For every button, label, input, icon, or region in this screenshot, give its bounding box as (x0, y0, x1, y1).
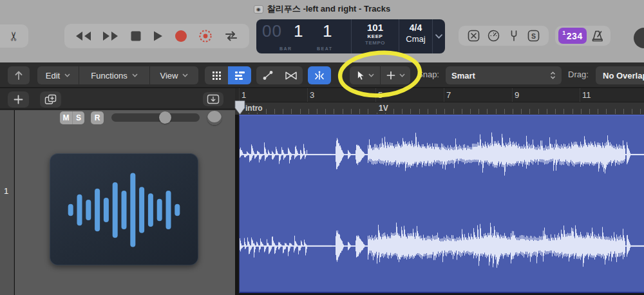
track-header[interactable]: M S R (15, 110, 235, 295)
crosshair-tool-icon (386, 71, 395, 80)
record-button[interactable] (175, 30, 187, 43)
grid-view-button[interactable] (205, 66, 228, 84)
beat-tick (615, 109, 616, 114)
title-bar: ◉ 찰리푸스 -left and right - Tracks (0, 0, 644, 18)
time-signature: 4/4 (399, 23, 432, 33)
volume-slider[interactable] (111, 113, 200, 122)
mute-button[interactable]: M (60, 111, 72, 124)
beat-tick (334, 109, 334, 114)
beat-tick (573, 109, 573, 114)
track-list-toolbar (0, 88, 235, 110)
edit-menu-label: Edit (46, 71, 60, 81)
capture-record-button[interactable] (198, 29, 213, 43)
add-track-button[interactable] (8, 91, 29, 108)
back-to-project-button[interactable] (8, 66, 30, 84)
command-click-tool-menu[interactable] (381, 66, 410, 84)
edit-menu[interactable]: Edit (37, 66, 79, 84)
grid-icon (212, 71, 222, 81)
beat-tick (496, 109, 497, 114)
beat-tick (640, 109, 641, 114)
beat-tick (343, 109, 343, 114)
tracks-view-button[interactable] (228, 66, 251, 84)
pan-knob[interactable] (207, 111, 222, 125)
cycle-button[interactable] (223, 30, 239, 43)
record-enable-button[interactable]: R (91, 111, 104, 124)
document-proxy-icon[interactable]: ◉ (254, 5, 263, 14)
marker-strip[interactable]: intro1V (235, 102, 644, 115)
automation-button[interactable] (256, 66, 279, 84)
drag-value: No Overlap (603, 71, 644, 81)
beat-tick (291, 109, 292, 114)
tempo-mode: KEEP (352, 33, 399, 39)
rewind-button[interactable] (75, 30, 91, 43)
forward-button[interactable] (102, 30, 119, 43)
beat-tick (606, 109, 607, 114)
select-arrows-icon (550, 71, 556, 79)
count-in-group: 1234 (555, 26, 611, 46)
beat-tick (419, 109, 420, 114)
beat-tick (529, 109, 530, 114)
tool-menus-group (350, 66, 410, 84)
bar-number-label: 3 (310, 90, 314, 100)
chevron-down-icon (182, 73, 188, 77)
lcd-bar-value: 1 (294, 21, 303, 41)
marker-label[interactable]: 1V (376, 104, 391, 113)
functions-menu-label: Functions (91, 71, 127, 81)
tempo-gauge-button[interactable] (488, 30, 500, 42)
drag-dropdown[interactable]: No Overlap (596, 66, 644, 84)
low-latency-button[interactable] (468, 30, 480, 42)
functions-menu[interactable]: Functions (79, 66, 149, 84)
bar-ruler[interactable]: 1357911 (235, 88, 644, 102)
beat-tick (266, 109, 267, 114)
lcd-signature[interactable]: 4/4 Cmaj (399, 19, 433, 53)
catch-playhead-button[interactable] (308, 66, 331, 84)
lcd-tempo[interactable]: 101 KEEP TEMPO (352, 19, 399, 53)
beat-tick (538, 109, 539, 114)
tuner-fork-button[interactable] (508, 30, 520, 42)
solo-button[interactable]: S (72, 111, 84, 124)
track-zoom-button[interactable] (203, 92, 223, 106)
plus-icon (14, 95, 23, 104)
beat-tick (521, 109, 522, 114)
beat-tick (402, 109, 402, 114)
playhead-handle[interactable] (234, 100, 247, 116)
count-in-button[interactable]: 1234 (558, 28, 587, 44)
chevron-down-icon (132, 73, 138, 77)
bar-number-label: 5 (378, 90, 383, 100)
view-menu[interactable]: View (150, 66, 198, 84)
flex-button[interactable] (279, 66, 303, 84)
track-number-column: 1 (0, 110, 14, 295)
beat-tick (393, 109, 394, 114)
snap-dropdown[interactable]: Smart (446, 66, 562, 84)
bar-gridline (580, 88, 580, 102)
catch-icon (314, 70, 325, 81)
beat-tick (623, 109, 624, 114)
automation-flex-group (256, 66, 303, 84)
lcd-display[interactable]: 00 1 1 BAR BEAT 101 KEEP TEMPO 4/4 Cmaj (256, 19, 445, 53)
audio-region[interactable] (239, 115, 644, 293)
lcd-bar-label: BAR (279, 46, 292, 51)
left-click-tool-menu[interactable] (350, 66, 380, 84)
stop-button[interactable] (130, 30, 142, 42)
beat-tick (453, 109, 454, 114)
play-button[interactable] (152, 30, 164, 42)
control-bar: ✂ (0, 18, 644, 62)
volume-slider-knob[interactable] (159, 111, 171, 124)
duplicate-track-button[interactable] (40, 91, 61, 108)
track-icon-waveform[interactable] (50, 153, 198, 265)
lcd-position[interactable]: 00 1 1 BAR BEAT (256, 19, 352, 53)
window-title: 찰리푸스 -left and right - Tracks (267, 3, 390, 15)
view-menu-label: View (160, 71, 178, 81)
beat-tick (478, 109, 479, 114)
master-volume-knob[interactable] (634, 28, 644, 48)
metronome-button[interactable] (591, 29, 605, 43)
lcd-beat-value: 1 (323, 21, 332, 41)
snap-label: Snap: (417, 70, 439, 79)
chevron-down-icon (64, 73, 70, 77)
waveform-canvas (240, 116, 644, 292)
cut-tool-button[interactable]: ✂ (0, 24, 28, 48)
scissors-icon: ✂ (7, 31, 22, 41)
chevron-down-icon (399, 73, 405, 77)
lcd-options-button[interactable] (433, 19, 444, 53)
solo-mode-button[interactable]: S (527, 30, 540, 42)
